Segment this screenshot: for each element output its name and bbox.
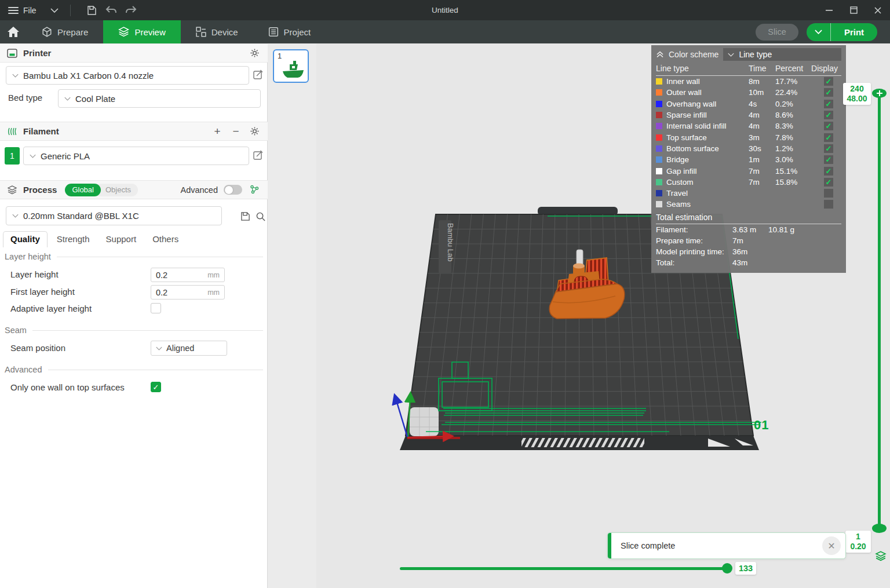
process-scope-global[interactable]: Global <box>65 184 101 196</box>
add-filament-icon[interactable]: + <box>211 125 224 138</box>
plate-hatch-strip <box>521 438 644 447</box>
legend-row: Seams ✓ <box>651 199 846 210</box>
advanced-toggle[interactable] <box>224 185 242 195</box>
color-swatch <box>656 168 662 174</box>
tab-device[interactable]: Device <box>181 20 253 43</box>
tab-preview[interactable]: Preview <box>103 20 180 43</box>
file-dropdown-icon[interactable] <box>50 8 59 13</box>
layer-slider-track[interactable] <box>878 94 881 527</box>
legend-row: Internal solid infill4m8.3% ✓ <box>651 120 846 132</box>
toast-message: Slice complete <box>621 541 675 550</box>
print-button-group: Print <box>807 23 877 41</box>
layers-icon[interactable] <box>875 551 887 561</box>
collapse-panel-icon[interactable] <box>656 51 664 58</box>
slice-complete-toast: Slice complete ✕ <box>607 532 846 559</box>
layer-slider-top-handle[interactable] <box>872 89 887 98</box>
printer-preset-select[interactable]: Bambu Lab X1 Carbon 0.4 nozzle <box>6 66 249 85</box>
home-button[interactable] <box>0 20 27 43</box>
bed-type-select[interactable]: Cool Plate <box>58 89 261 108</box>
process-layers-icon <box>7 185 17 195</box>
display-checkbox[interactable]: ✓ <box>824 122 833 130</box>
layer-height-input[interactable]: 0.2 mm <box>151 268 225 282</box>
display-checkbox[interactable]: ✓ <box>824 100 833 108</box>
process-tabs: Quality Strength Support Others <box>3 231 185 247</box>
remove-filament-icon[interactable]: − <box>229 125 242 138</box>
filament-slot-badge[interactable]: 1 <box>5 147 20 165</box>
tab-others[interactable]: Others <box>145 232 185 247</box>
viewport-3d: Bambu Lab <box>268 43 890 588</box>
plus-icon <box>876 90 883 97</box>
layer-slider-top-badge: 24048.00 <box>843 83 871 105</box>
display-checkbox[interactable]: ✓ <box>824 178 833 187</box>
bed-type-label: Bed type <box>8 93 42 103</box>
printer-section-header: Printer <box>0 43 268 63</box>
group-layer-height: Layer height <box>5 252 263 261</box>
adaptive-layer-height-checkbox[interactable] <box>151 303 161 313</box>
group-advanced: Advanced <box>5 365 263 374</box>
total-row: Total:43m <box>651 257 846 268</box>
plate-thumbnail[interactable]: 1 <box>273 49 309 83</box>
prepare-cube-icon <box>42 27 52 37</box>
parameter-tree-icon[interactable] <box>248 184 261 196</box>
seam-position-select[interactable]: Aligned <box>151 341 227 356</box>
display-checkbox[interactable]: ✓ <box>824 88 833 97</box>
total-row: Filament:3.63 m10.81 g <box>651 224 846 235</box>
color-scheme-panel: Color scheme Line type Line type Time Pe… <box>651 45 846 273</box>
legend-row: Bridge1m3.0% ✓ <box>651 154 846 165</box>
step-slider-handle[interactable] <box>722 563 732 574</box>
layer-slider-bottom-handle[interactable] <box>872 524 887 533</box>
undo-icon[interactable] <box>103 3 119 18</box>
file-menu[interactable]: File <box>23 6 37 15</box>
tab-project[interactable]: Project <box>253 20 326 43</box>
display-checkbox[interactable]: ✓ <box>824 77 833 86</box>
printer-icon <box>7 49 17 58</box>
tab-quality[interactable]: Quality <box>3 231 48 247</box>
total-row: Model printing time:36m <box>651 246 846 257</box>
toast-close-icon[interactable]: ✕ <box>822 536 841 555</box>
filament-preset-select[interactable]: Generic PLA <box>23 147 249 165</box>
group-seam: Seam <box>5 326 263 335</box>
seam-position-label: Seam position <box>10 343 65 353</box>
chevron-down-icon <box>12 74 19 78</box>
color-swatch <box>656 112 662 118</box>
bambu-studio-window: { "accent": "#12a542", "titlebar": { "fi… <box>0 0 890 588</box>
process-section-header: Process Global Objects Advanced <box>0 180 268 199</box>
print-dropdown-icon[interactable] <box>807 23 831 41</box>
view-mode-select[interactable]: Line type <box>723 48 841 61</box>
color-scheme-label: Color scheme <box>669 50 718 59</box>
maximize-button[interactable] <box>841 0 866 20</box>
process-preset-select[interactable]: 0.20mm Standard @BBL X1C <box>6 206 222 225</box>
only-one-wall-checkbox[interactable]: ✓ <box>151 382 161 392</box>
tab-prepare[interactable]: Prepare <box>27 20 103 43</box>
adaptive-layer-height-label: Adaptive layer height <box>10 304 92 313</box>
tab-support[interactable]: Support <box>99 232 144 247</box>
search-preset-icon[interactable] <box>254 210 267 222</box>
redo-icon[interactable] <box>123 3 139 18</box>
display-checkbox[interactable]: ✓ <box>824 167 833 176</box>
minimize-button[interactable] <box>817 0 841 20</box>
step-slider-badge: 133 <box>735 562 756 575</box>
tab-strength[interactable]: Strength <box>50 232 97 247</box>
save-preset-icon[interactable] <box>239 210 251 222</box>
display-checkbox[interactable]: ✓ <box>824 144 833 153</box>
display-checkbox[interactable]: ✓ <box>824 155 833 164</box>
display-checkbox[interactable]: ✓ <box>824 111 833 119</box>
advanced-toggle-label: Advanced <box>181 185 218 195</box>
step-slider-track[interactable] <box>400 567 728 570</box>
filament-settings-gear-icon[interactable] <box>248 125 261 138</box>
filament-edit-icon[interactable] <box>253 150 263 160</box>
save-icon[interactable] <box>83 3 100 18</box>
printer-settings-gear-icon[interactable] <box>248 47 261 60</box>
close-button[interactable] <box>866 0 890 20</box>
display-checkbox[interactable]: ✓ <box>824 200 833 209</box>
print-button[interactable]: Print <box>831 23 877 41</box>
slice-button[interactable]: Slice <box>756 24 798 41</box>
first-layer-height-input[interactable]: 0.2 mm <box>151 285 225 300</box>
legend-row: Travel ✓ <box>651 188 846 199</box>
menu-icon[interactable] <box>8 7 19 14</box>
process-scope-objects[interactable]: Objects <box>95 184 138 196</box>
printer-edit-icon[interactable] <box>253 70 263 79</box>
color-swatch <box>656 145 662 152</box>
display-checkbox[interactable]: ✓ <box>824 133 833 142</box>
display-checkbox[interactable]: ✓ <box>824 189 833 198</box>
